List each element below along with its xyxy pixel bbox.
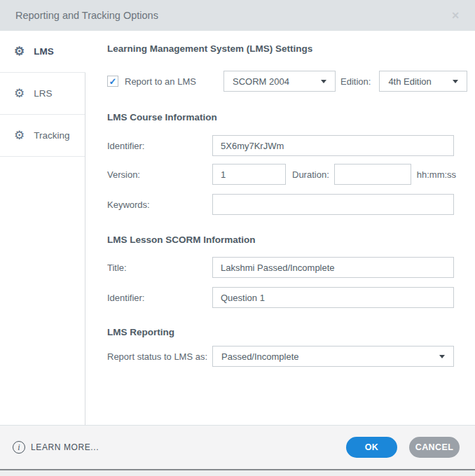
learn-more-link[interactable]: i LEARN MORE... bbox=[13, 441, 99, 454]
sidebar-item-lms[interactable]: ⚙ LMS bbox=[0, 31, 85, 73]
section-heading-course-info: LMS Course Information bbox=[107, 111, 467, 124]
report-to-lms-label: Report to an LMS bbox=[125, 76, 208, 87]
gear-icon: ⚙ bbox=[14, 88, 25, 99]
report-to-lms-row: ✓ Report to an LMS SCORM 2004 Edition: 4… bbox=[107, 71, 467, 92]
report-status-value: Passed/Incomplete bbox=[221, 351, 299, 362]
gear-icon: ⚙ bbox=[14, 46, 25, 57]
learn-more-label: LEARN MORE... bbox=[31, 442, 99, 452]
lesson-identifier-input[interactable] bbox=[212, 287, 454, 308]
report-to-lms-checkbox[interactable]: ✓ bbox=[107, 76, 118, 87]
sidebar: ⚙ LMS ⚙ LRS ⚙ Tracking bbox=[0, 31, 85, 425]
course-identifier-label: Identifier: bbox=[107, 141, 212, 151]
course-identifier-row: Identifier: bbox=[107, 135, 467, 156]
sidebar-item-label: LRS bbox=[34, 88, 52, 99]
chevron-down-icon bbox=[453, 80, 458, 83]
close-icon[interactable]: ✕ bbox=[447, 8, 464, 23]
sidebar-item-label: Tracking bbox=[34, 130, 69, 141]
chevron-down-icon bbox=[321, 80, 326, 83]
version-input[interactable] bbox=[212, 164, 286, 185]
course-identifier-input[interactable] bbox=[212, 135, 454, 156]
lesson-identifier-label: Identifier: bbox=[107, 293, 212, 303]
dialog-title: Reporting and Tracking Options bbox=[15, 10, 158, 21]
keywords-row: Keywords: bbox=[107, 194, 467, 215]
lms-standard-value: SCORM 2004 bbox=[233, 76, 289, 87]
duration-label: Duration: bbox=[292, 169, 329, 180]
sidebar-item-label: LMS bbox=[34, 46, 54, 57]
reporting-tracking-dialog: Reporting and Tracking Options ✕ ⚙ LMS ⚙… bbox=[0, 0, 475, 470]
lms-standard-dropdown[interactable]: SCORM 2004 bbox=[223, 71, 336, 92]
edition-label: Edition: bbox=[340, 76, 371, 87]
keywords-input[interactable] bbox=[212, 194, 454, 215]
duration-input[interactable] bbox=[334, 164, 411, 185]
chevron-down-icon bbox=[439, 355, 445, 358]
dialog-footer: i LEARN MORE... OK CANCEL bbox=[0, 425, 475, 469]
titlebar: Reporting and Tracking Options ✕ bbox=[0, 0, 475, 31]
gear-icon: ⚙ bbox=[14, 130, 25, 141]
version-duration-row: Version: Duration: hh:mm:ss bbox=[107, 164, 467, 185]
version-label: Version: bbox=[107, 169, 212, 180]
section-heading-lms-settings: Learning Management System (LMS) Setting… bbox=[107, 43, 467, 55]
cancel-button[interactable]: CANCEL bbox=[409, 437, 460, 458]
report-status-label: Report status to LMS as: bbox=[107, 351, 212, 362]
lesson-title-input[interactable] bbox=[212, 257, 454, 278]
lesson-title-row: Title: bbox=[107, 257, 467, 278]
duration-format-hint: hh:mm:ss bbox=[417, 169, 456, 180]
sidebar-item-tracking[interactable]: ⚙ Tracking bbox=[0, 115, 85, 157]
sidebar-item-lrs[interactable]: ⚙ LRS bbox=[0, 73, 85, 115]
report-status-dropdown[interactable]: Passed/Incomplete bbox=[212, 346, 454, 367]
section-heading-lms-reporting: LMS Reporting bbox=[107, 326, 467, 339]
section-heading-lesson-scorm: LMS Lesson SCORM Information bbox=[107, 234, 467, 246]
report-status-row: Report status to LMS as: Passed/Incomple… bbox=[107, 346, 467, 367]
keywords-label: Keywords: bbox=[107, 200, 212, 210]
lesson-title-label: Title: bbox=[107, 262, 212, 273]
lms-settings-panel: Learning Management System (LMS) Setting… bbox=[85, 31, 475, 425]
ok-button[interactable]: OK bbox=[346, 437, 397, 458]
edition-value: 4th Edition bbox=[388, 76, 431, 87]
info-icon: i bbox=[13, 441, 25, 454]
edition-dropdown[interactable]: 4th Edition bbox=[379, 71, 467, 92]
lesson-identifier-row: Identifier: bbox=[107, 287, 467, 308]
